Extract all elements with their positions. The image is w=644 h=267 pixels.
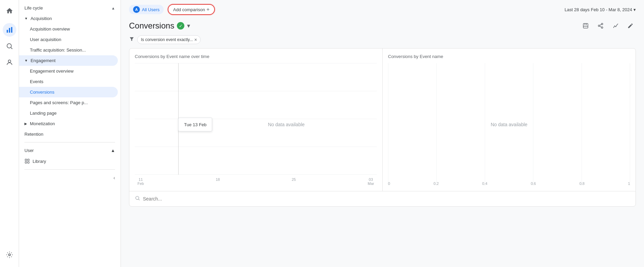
user-section[interactable]: User ▲ bbox=[19, 145, 121, 156]
filter-chip-text: Is conversion event exactly... bbox=[141, 37, 193, 42]
acquisition-collapse-icon: ▼ bbox=[24, 17, 28, 20]
left-chart-no-data: No data available bbox=[268, 122, 305, 127]
svg-line-18 bbox=[600, 26, 601, 27]
header-actions bbox=[580, 20, 636, 31]
svg-line-19 bbox=[600, 24, 601, 25]
filter-chip[interactable]: Is conversion event exactly... × bbox=[137, 35, 201, 44]
home-nav-icon[interactable] bbox=[3, 4, 16, 18]
svg-rect-9 bbox=[25, 161, 27, 163]
share-button[interactable] bbox=[595, 20, 606, 31]
right-x-3: 0.6 bbox=[531, 182, 536, 186]
date-range-selector[interactable]: Last 28 days Feb 10 - Mar 8, 2024 ▾ bbox=[565, 7, 636, 12]
sidebar-item-acquisition-overview[interactable]: Acquisition overview bbox=[19, 24, 118, 34]
filter-chip-close-icon[interactable]: × bbox=[194, 37, 197, 42]
sidebar-item-retention[interactable]: Retention bbox=[19, 129, 118, 139]
right-chart-no-data: No data available bbox=[491, 122, 527, 127]
engagement-section[interactable]: ▼ Engagement bbox=[19, 55, 118, 66]
add-comparison-plus-icon: + bbox=[206, 6, 209, 13]
filter-icon bbox=[129, 36, 134, 43]
right-x-5: 1 bbox=[628, 182, 630, 186]
charts-row: Conversions by Event name over time bbox=[129, 49, 636, 191]
svg-point-6 bbox=[8, 254, 11, 256]
svg-rect-1 bbox=[9, 28, 10, 33]
svg-point-17 bbox=[601, 27, 603, 28]
edit-button[interactable] bbox=[625, 20, 636, 31]
library-label: Library bbox=[33, 159, 46, 164]
left-chart-panel: Conversions by Event name over time bbox=[129, 49, 383, 191]
monetization-label: Monetization bbox=[30, 121, 55, 126]
svg-rect-11 bbox=[583, 23, 588, 28]
x-axis-label-03: 03 Mar bbox=[368, 177, 374, 186]
grid-line-3 bbox=[135, 119, 377, 119]
collapse-nav-button[interactable]: ‹ bbox=[19, 172, 121, 183]
svg-point-15 bbox=[601, 23, 603, 25]
user-label: User bbox=[24, 148, 34, 153]
settings-nav-icon[interactable] bbox=[3, 248, 16, 262]
all-users-badge[interactable]: A All Users bbox=[129, 5, 164, 14]
share-icon bbox=[597, 23, 604, 29]
search-icon bbox=[135, 195, 140, 202]
acquisition-section[interactable]: ▼ Acquisition bbox=[19, 13, 121, 24]
search-input[interactable] bbox=[143, 196, 630, 202]
search-bar bbox=[129, 191, 636, 206]
main-content: A All Users Add comparison + Last 28 day… bbox=[121, 0, 644, 267]
right-grid-line-1 bbox=[436, 63, 437, 186]
engagement-label: Engagement bbox=[31, 58, 56, 63]
audience-nav-icon[interactable] bbox=[3, 56, 16, 69]
monetization-section[interactable]: ▶ Monetization bbox=[19, 118, 121, 129]
right-chart-panel: Conversions by Event name bbox=[383, 49, 636, 191]
save-report-icon bbox=[583, 23, 589, 29]
svg-point-3 bbox=[7, 44, 11, 48]
svg-point-5 bbox=[8, 60, 11, 62]
sidebar-item-engagement-overview[interactable]: Engagement overview bbox=[19, 66, 118, 76]
right-grid-line-0 bbox=[388, 63, 388, 186]
save-report-button[interactable] bbox=[580, 20, 591, 31]
edit-icon bbox=[627, 23, 633, 29]
svg-rect-8 bbox=[27, 159, 29, 161]
filter-bar: Is conversion event exactly... × bbox=[121, 34, 644, 48]
nav-divider-bottom bbox=[24, 169, 115, 170]
date-range-text: Feb 10 - Mar 8, 2024 bbox=[591, 7, 632, 12]
sidebar-item-landing-page[interactable]: Landing page bbox=[19, 108, 118, 118]
page-header: Conversions ✓ ▾ bbox=[121, 19, 644, 34]
grid-line-2 bbox=[135, 91, 377, 91]
right-chart-x-axis: 0 0.2 0.4 0.6 0.8 1 bbox=[388, 182, 630, 186]
right-chart-title: Conversions by Event name bbox=[388, 54, 630, 59]
add-comparison-button[interactable]: Add comparison + bbox=[168, 4, 215, 15]
right-x-0: 0 bbox=[388, 182, 390, 186]
x-axis-label-11: 11 Feb bbox=[137, 177, 144, 186]
charts-container: Conversions by Event name over time bbox=[129, 48, 636, 207]
svg-rect-10 bbox=[27, 161, 29, 163]
analytics-nav-icon[interactable] bbox=[3, 23, 16, 37]
sidebar-item-traffic-acquisition[interactable]: Traffic acquisition: Session... bbox=[19, 45, 118, 55]
svg-point-16 bbox=[598, 25, 600, 27]
sidebar-item-pages-screens[interactable]: Pages and screens: Page p... bbox=[19, 97, 118, 108]
acquisition-label: Acquisition bbox=[31, 16, 52, 21]
left-chart-x-axis: 11 Feb 18 25 bbox=[135, 177, 377, 186]
lifecycle-chevron-icon: ▲ bbox=[111, 6, 115, 10]
all-users-avatar: A bbox=[133, 6, 140, 13]
lifecycle-section-header[interactable]: Life cycle ▲ bbox=[19, 3, 121, 13]
engagement-collapse-icon: ▼ bbox=[24, 59, 28, 62]
sidebar-item-user-acquisition[interactable]: User acquisition bbox=[19, 34, 118, 45]
page-title-dropdown-icon[interactable]: ▾ bbox=[187, 22, 190, 30]
top-bar: A All Users Add comparison + Last 28 day… bbox=[121, 0, 644, 19]
library-icon bbox=[24, 158, 30, 164]
sidebar-item-conversions[interactable]: Conversions bbox=[19, 87, 118, 97]
search-nav-icon[interactable] bbox=[3, 39, 16, 53]
page-title: Conversions bbox=[129, 21, 174, 31]
chart-tooltip: Tue 13 Feb bbox=[178, 117, 212, 131]
x-axis-label-25: 25 bbox=[292, 177, 296, 186]
monetization-expand-icon: ▶ bbox=[24, 122, 27, 126]
sidebar-item-library[interactable]: Library bbox=[19, 156, 121, 167]
sidebar-item-events[interactable]: Events bbox=[19, 76, 118, 87]
page-check-icon: ✓ bbox=[177, 22, 184, 30]
date-prefix: Last 28 days bbox=[565, 7, 590, 12]
grid-line-4 bbox=[135, 147, 377, 147]
chart-type-button[interactable] bbox=[610, 20, 621, 31]
right-grid-line-5 bbox=[630, 63, 630, 186]
left-chart-title: Conversions by Event name over time bbox=[135, 54, 377, 59]
lifecycle-label: Life cycle bbox=[24, 5, 43, 11]
tooltip-date: Tue 13 Feb bbox=[184, 122, 206, 127]
grid-line-1 bbox=[135, 63, 377, 63]
